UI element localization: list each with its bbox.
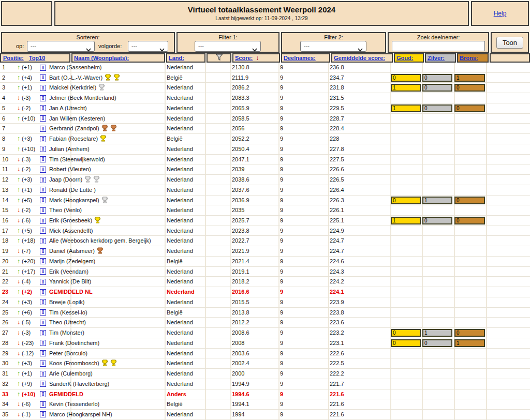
average-score-value: 224.7 [330, 236, 344, 245]
participant-stats-icon[interactable]: I [40, 330, 46, 336]
position-delta: (-4) [20, 278, 31, 284]
sort-order-select[interactable]: --- [128, 41, 168, 52]
average-score-value: 224.9 [330, 226, 344, 235]
deelnames-sort-link[interactable]: Deelnames: [284, 55, 316, 61]
filter-funnel-icon[interactable] [215, 54, 223, 62]
zilver-sort-link[interactable]: Zilver: [428, 55, 445, 61]
participant-stats-icon[interactable]: I [40, 136, 46, 142]
participant-stats-icon[interactable]: I [40, 85, 46, 91]
table-row: 28↓ (-23)IFrank (Doetinchem)Nederland200… [0, 338, 530, 349]
participant-stats-icon[interactable]: I [40, 65, 46, 71]
sort-by-select[interactable]: --- [27, 41, 95, 52]
position-change: ↑ (+5) [17, 196, 32, 205]
score-value: 2016.6 [232, 287, 249, 296]
naam-sort-link[interactable]: Naam (Woonplaats): [74, 55, 129, 61]
position-change: ↓ (-23) [17, 338, 34, 348]
participant-stats-icon[interactable]: I [40, 207, 46, 214]
participant-name: Robert (Vleuten) [49, 164, 91, 174]
participant-stats-icon[interactable]: I [40, 279, 46, 285]
average-score-value: 236.8 [330, 63, 344, 72]
participant-stats-icon[interactable]: I [40, 187, 46, 193]
average-score-value: 221.6 [330, 389, 344, 399]
help-link[interactable]: Help [494, 10, 507, 17]
participant-stats-icon[interactable]: I [40, 146, 46, 152]
toon-button[interactable]: Toon [496, 37, 523, 49]
participant-stats-icon[interactable]: I [40, 218, 46, 224]
silver-count: 0 [422, 104, 452, 112]
table-row: 14↑ (+5)IMark (Hoogkarspel)Nederland2036… [0, 196, 530, 206]
filter1-label: Filter 1: [178, 33, 278, 40]
participant-stats-icon[interactable]: I [40, 350, 46, 356]
participant-stats-icon[interactable]: I [40, 177, 46, 183]
participant-stats-icon[interactable]: I [40, 228, 46, 234]
position-delta: (+17) [20, 268, 35, 275]
participant-stats-icon[interactable]: I [40, 248, 46, 254]
filter1-select[interactable]: --- [195, 41, 261, 52]
land-sort-link[interactable]: Land: [169, 55, 184, 61]
position-delta: (-2) [20, 105, 31, 111]
score-value: 2037.6 [232, 185, 249, 194]
participant-stats-icon[interactable]: I [40, 320, 46, 326]
position-value: 35 [2, 410, 8, 419]
average-score-value: 224.2 [330, 277, 344, 286]
participant-stats-icon[interactable]: I [40, 299, 46, 305]
country-value: Nederland [167, 216, 193, 225]
participant-stats-icon[interactable]: I [40, 289, 46, 295]
goud-sort-link[interactable]: Goud: [396, 55, 413, 61]
position-delta: (-23) [20, 340, 34, 346]
position-delta: (-3) [20, 95, 31, 101]
average-score-value: 223.2 [330, 328, 344, 337]
participant-stats-icon[interactable]: I [40, 115, 46, 122]
participant-stats-icon[interactable]: I [40, 411, 46, 417]
position-change: ↑ (+9) [17, 379, 32, 388]
participant-stats-icon[interactable]: I [40, 95, 46, 101]
average-score-value: 226.5 [330, 175, 344, 184]
position-delta: (+1) [20, 187, 32, 193]
participant-stats-icon[interactable]: I [40, 401, 46, 408]
participant-stats-icon[interactable]: I [40, 156, 46, 162]
participant-stats-icon[interactable]: I [40, 391, 46, 397]
average-score-value: 221.6 [330, 410, 344, 419]
table-row: 33↑ (+10)IGEMIDDELDAnders1994.69221.6 [0, 389, 530, 400]
participant-stats-icon[interactable]: I [40, 258, 46, 264]
position-value: 31 [2, 369, 8, 378]
positie-sort-link[interactable]: Positie: [3, 55, 24, 61]
average-score-value: 226.4 [330, 185, 344, 194]
table-row: 35↓ (-1)IMarco (Hoogkarspel NH)Nederland… [0, 410, 530, 420]
position-value: 8 [2, 134, 5, 143]
participant-stats-icon[interactable]: I [40, 74, 46, 81]
participant-stats-icon[interactable]: I [40, 167, 46, 173]
gold-trophy-icon [100, 135, 107, 144]
gemiddelde-sort-link[interactable]: Gemiddelde score: [334, 55, 385, 61]
average-score-value: 224.3 [330, 267, 344, 276]
participant-stats-icon[interactable]: I [40, 361, 46, 367]
silver-count: 0 [422, 339, 452, 347]
gold-count: 0 [391, 197, 421, 204]
filter2-select[interactable]: --- [300, 41, 366, 52]
participant-stats-icon[interactable]: I [40, 126, 46, 132]
participant-stats-icon[interactable]: I [40, 309, 46, 316]
deelnames-value: 9 [280, 114, 283, 123]
score-sort-link[interactable]: Score: [235, 55, 253, 61]
brons-sort-link[interactable]: Brons: [460, 55, 478, 61]
position-delta: (+1) [20, 84, 32, 91]
position-value: 17 [2, 226, 8, 235]
deelnames-value: 9 [280, 164, 283, 174]
participant-stats-icon[interactable]: I [40, 340, 46, 346]
score-value: 2035 [232, 205, 244, 215]
participant-stats-icon[interactable]: I [40, 105, 46, 111]
average-score-value: 221.6 [330, 399, 344, 409]
participant-stats-icon[interactable]: I [40, 371, 46, 377]
participant-name: Frank (Doetinchem) [49, 338, 99, 348]
deelnames-value: 9 [280, 103, 283, 113]
country-value: Nederland [167, 410, 193, 419]
participant-stats-icon[interactable]: I [40, 197, 46, 203]
participant-stats-icon[interactable]: I [40, 268, 46, 275]
search-input[interactable] [392, 41, 485, 51]
participant-stats-icon[interactable]: I [40, 381, 46, 387]
participant-stats-icon[interactable]: I [40, 238, 46, 244]
average-score-value: 226.3 [330, 196, 344, 205]
table-row: 21↑ (+17)IErik (Veendam)Nederland2019.19… [0, 267, 530, 277]
top10-link[interactable]: Top10 [29, 55, 46, 61]
country-value: Nederland [167, 93, 193, 102]
